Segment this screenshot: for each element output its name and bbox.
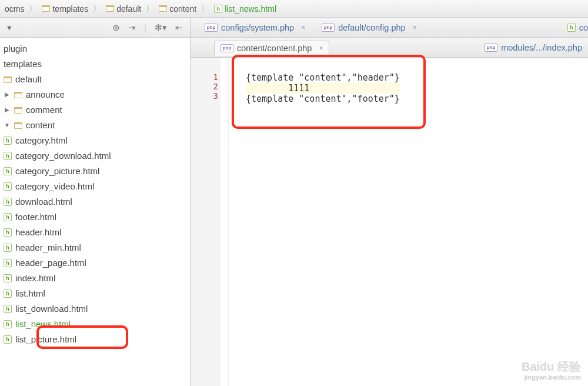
- crumb-file[interactable]: hlist_news.html: [212, 4, 279, 14]
- crumb-content[interactable]: content: [156, 4, 199, 14]
- tab-modules-index[interactable]: php modules/.../index.php: [479, 41, 588, 55]
- tree-default[interactable]: default: [0, 72, 190, 87]
- tab-overflow[interactable]: h co: [562, 21, 588, 35]
- php-file-icon: php: [322, 24, 335, 32]
- close-icon[interactable]: ×: [301, 24, 305, 32]
- tree-comment[interactable]: ▶comment: [0, 102, 190, 118]
- html-file-icon: h: [214, 5, 222, 13]
- html-file-icon: h: [4, 137, 12, 145]
- tree-plugin[interactable]: plugin: [0, 41, 190, 56]
- chevron-right-icon[interactable]: ▶: [4, 102, 11, 118]
- html-file-icon: h: [4, 244, 12, 252]
- php-file-icon: php: [485, 44, 497, 52]
- html-file-icon: h: [4, 335, 12, 344]
- folder-icon: [14, 122, 22, 129]
- file-index[interactable]: hindex.html: [0, 271, 190, 286]
- file-list-download[interactable]: hlist_download.html: [0, 301, 190, 317]
- file-header-min[interactable]: hheader_min.html: [0, 240, 190, 255]
- project-dropdown-icon[interactable]: ▾: [7, 22, 12, 33]
- file-list-picture[interactable]: hlist_picture.html: [0, 332, 190, 347]
- fold-bar: [220, 58, 229, 386]
- crumb-sep: 〉: [26, 4, 39, 14]
- crumb-ocms[interactable]: ocms: [2, 4, 26, 14]
- html-file-icon: h: [4, 198, 12, 206]
- folder-icon: [159, 5, 167, 12]
- html-file-icon: h: [4, 152, 12, 160]
- html-file-icon: h: [4, 167, 12, 175]
- html-file-icon: h: [4, 259, 12, 267]
- file-category[interactable]: hcategory.html: [0, 133, 190, 148]
- html-file-icon: h: [567, 24, 576, 32]
- html-file-icon: h: [4, 274, 12, 282]
- tree-templates[interactable]: templates: [0, 56, 190, 72]
- gear-icon[interactable]: ✻▾: [155, 22, 167, 33]
- tab-content-content[interactable]: php content/content.php ×: [214, 41, 329, 56]
- project-tree: plugin templates default ▶announce ▶comm…: [0, 38, 190, 347]
- breadcrumb-bar: ocms 〉 templates 〉 default 〉 content 〉 h…: [0, 0, 588, 18]
- folder-icon: [42, 5, 50, 12]
- html-file-icon: h: [4, 290, 12, 298]
- file-download[interactable]: hdownload.html: [0, 194, 190, 209]
- file-list[interactable]: hlist.html: [0, 286, 190, 301]
- html-file-icon: h: [4, 182, 12, 191]
- crumb-default[interactable]: default: [103, 4, 143, 14]
- folder-icon: [4, 76, 12, 83]
- divider: |: [144, 22, 146, 32]
- close-icon[interactable]: ×: [413, 24, 417, 32]
- line-number: 3: [191, 91, 218, 101]
- line-gutter: 1 2 3: [191, 58, 225, 386]
- close-icon[interactable]: ×: [319, 44, 323, 52]
- folder-icon: [14, 92, 22, 98]
- html-file-icon: h: [4, 320, 12, 328]
- folder-icon: [106, 5, 114, 12]
- project-sidebar: ▾ ⊕ ⇥ | ✻▾ ⇤ plugin templates default ▶a…: [0, 18, 191, 386]
- tab-configs-system[interactable]: php configs/system.php ×: [199, 21, 311, 35]
- line-number: 1: [191, 72, 218, 82]
- file-category-download[interactable]: hcategory_download.html: [0, 148, 190, 164]
- crumb-templates[interactable]: templates: [39, 4, 91, 14]
- code-editor[interactable]: 1 2 3 {template "content","header"} 1111…: [191, 58, 588, 386]
- html-file-icon: h: [4, 213, 12, 221]
- file-list-news[interactable]: hlist_news.html: [0, 317, 190, 332]
- php-file-icon: php: [205, 24, 218, 32]
- sidebar-toolbar: ▾ ⊕ ⇥ | ✻▾ ⇤: [0, 18, 190, 38]
- code-content[interactable]: {template "content","header"} 1111{templ…: [225, 58, 400, 386]
- file-footer[interactable]: hfooter.html: [0, 209, 190, 225]
- folder-icon: [14, 107, 22, 114]
- chevron-right-icon[interactable]: ▶: [4, 87, 11, 102]
- php-file-icon: php: [220, 44, 233, 52]
- file-header[interactable]: hheader.html: [0, 225, 190, 240]
- collapse-icon[interactable]: ⇥: [128, 22, 136, 33]
- hide-icon[interactable]: ⇤: [175, 22, 183, 33]
- line-number: 2: [191, 82, 218, 91]
- file-category-video[interactable]: hcategory_video.html: [0, 179, 190, 194]
- editor-tabs-row-2: php content/content.php × php modules/..…: [191, 38, 588, 58]
- editor-tabs-row-1: php configs/system.php × php default/con…: [191, 18, 588, 38]
- editor-area: php configs/system.php × php default/con…: [191, 18, 588, 386]
- html-file-icon: h: [4, 305, 12, 313]
- chevron-down-icon[interactable]: ▼: [4, 118, 11, 133]
- scroll-target-icon[interactable]: ⊕: [112, 22, 120, 33]
- tree-announce[interactable]: ▶announce: [0, 87, 190, 102]
- file-category-picture[interactable]: hcategory_picture.html: [0, 164, 190, 179]
- tree-content[interactable]: ▼content: [0, 118, 190, 133]
- file-header-page[interactable]: hheader_page.html: [0, 255, 190, 271]
- tab-default-config[interactable]: php default/config.php ×: [316, 21, 423, 35]
- html-file-icon: h: [4, 228, 12, 237]
